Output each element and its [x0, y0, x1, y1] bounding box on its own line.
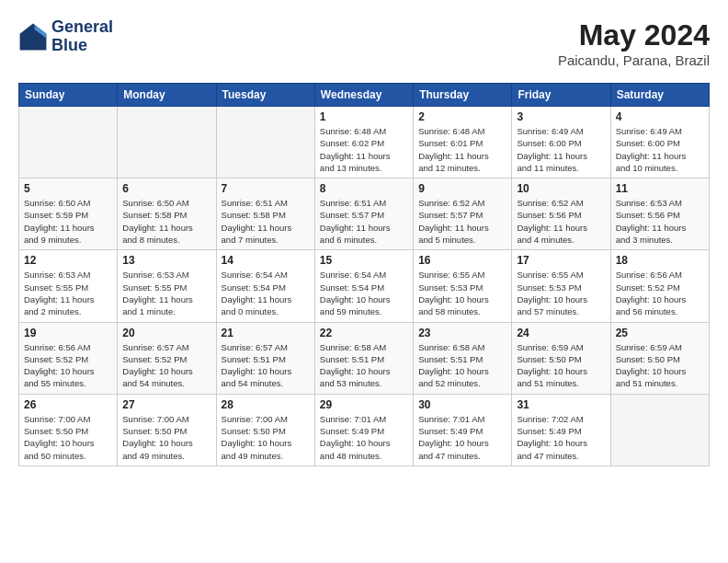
calendar-cell: 9Sunrise: 6:52 AM Sunset: 5:57 PM Daylig…	[414, 178, 512, 250]
calendar-cell	[610, 394, 709, 465]
day-info: Sunrise: 6:59 AM Sunset: 5:50 PM Dayligh…	[616, 341, 704, 390]
calendar-cell: 25Sunrise: 6:59 AM Sunset: 5:50 PM Dayli…	[610, 322, 709, 394]
week-row-5: 26Sunrise: 7:00 AM Sunset: 5:50 PM Dayli…	[19, 394, 710, 465]
calendar-cell	[216, 107, 314, 178]
page-header: General Blue May 2024 Paicandu, Parana, …	[18, 18, 710, 68]
day-info: Sunrise: 6:59 AM Sunset: 5:50 PM Dayligh…	[517, 341, 605, 390]
day-info: Sunrise: 6:48 AM Sunset: 6:01 PM Dayligh…	[418, 125, 506, 174]
calendar-cell: 6Sunrise: 6:50 AM Sunset: 5:58 PM Daylig…	[118, 178, 216, 250]
day-number: 26	[24, 398, 112, 411]
calendar-cell: 13Sunrise: 6:53 AM Sunset: 5:55 PM Dayli…	[118, 250, 216, 322]
day-number: 9	[418, 182, 506, 195]
day-info: Sunrise: 6:58 AM Sunset: 5:51 PM Dayligh…	[418, 341, 506, 390]
calendar-cell: 10Sunrise: 6:52 AM Sunset: 5:56 PM Dayli…	[512, 178, 610, 250]
calendar-cell: 28Sunrise: 7:00 AM Sunset: 5:50 PM Dayli…	[216, 394, 314, 465]
logo-text: General Blue	[51, 18, 113, 55]
calendar-cell: 12Sunrise: 6:53 AM Sunset: 5:55 PM Dayli…	[19, 250, 118, 322]
day-number: 27	[122, 398, 210, 411]
calendar-cell: 19Sunrise: 6:56 AM Sunset: 5:52 PM Dayli…	[19, 322, 118, 394]
day-info: Sunrise: 6:51 AM Sunset: 5:58 PM Dayligh…	[222, 197, 310, 246]
calendar-cell: 14Sunrise: 6:54 AM Sunset: 5:54 PM Dayli…	[216, 250, 314, 322]
calendar-cell	[19, 107, 118, 178]
day-info: Sunrise: 7:01 AM Sunset: 5:49 PM Dayligh…	[418, 413, 506, 462]
day-number: 29	[320, 398, 408, 411]
calendar-cell: 21Sunrise: 6:57 AM Sunset: 5:51 PM Dayli…	[216, 322, 314, 394]
day-number: 21	[222, 327, 310, 339]
day-info: Sunrise: 6:57 AM Sunset: 5:51 PM Dayligh…	[222, 341, 310, 390]
calendar-cell: 26Sunrise: 7:00 AM Sunset: 5:50 PM Dayli…	[19, 394, 118, 465]
day-number: 20	[122, 327, 210, 339]
calendar-cell: 5Sunrise: 6:50 AM Sunset: 5:59 PM Daylig…	[19, 178, 118, 250]
day-number: 19	[24, 327, 112, 339]
week-row-3: 12Sunrise: 6:53 AM Sunset: 5:55 PM Dayli…	[19, 250, 710, 322]
day-info: Sunrise: 6:51 AM Sunset: 5:57 PM Dayligh…	[320, 197, 408, 246]
calendar-cell: 1Sunrise: 6:48 AM Sunset: 6:02 PM Daylig…	[314, 107, 413, 178]
day-info: Sunrise: 7:00 AM Sunset: 5:50 PM Dayligh…	[222, 413, 310, 462]
day-info: Sunrise: 6:49 AM Sunset: 6:00 PM Dayligh…	[517, 125, 605, 174]
calendar-cell: 4Sunrise: 6:49 AM Sunset: 6:00 PM Daylig…	[610, 107, 709, 178]
day-info: Sunrise: 6:58 AM Sunset: 5:51 PM Dayligh…	[320, 341, 408, 390]
week-row-2: 5Sunrise: 6:50 AM Sunset: 5:59 PM Daylig…	[19, 178, 710, 250]
weekday-header-tuesday: Tuesday	[216, 84, 314, 107]
day-number: 12	[24, 254, 112, 267]
calendar-cell: 30Sunrise: 7:01 AM Sunset: 5:49 PM Dayli…	[414, 394, 512, 465]
day-info: Sunrise: 6:56 AM Sunset: 5:52 PM Dayligh…	[24, 341, 112, 390]
day-number: 10	[517, 182, 605, 195]
calendar-cell: 22Sunrise: 6:58 AM Sunset: 5:51 PM Dayli…	[314, 322, 413, 394]
weekday-header-saturday: Saturday	[610, 84, 709, 107]
day-number: 8	[320, 182, 408, 195]
calendar-cell: 8Sunrise: 6:51 AM Sunset: 5:57 PM Daylig…	[314, 178, 413, 250]
calendar-cell	[118, 107, 216, 178]
title-block: May 2024 Paicandu, Parana, Brazil	[558, 18, 710, 68]
weekday-header-sunday: Sunday	[19, 84, 118, 107]
day-info: Sunrise: 6:53 AM Sunset: 5:55 PM Dayligh…	[122, 269, 210, 317]
calendar-cell: 17Sunrise: 6:55 AM Sunset: 5:53 PM Dayli…	[512, 250, 610, 322]
day-number: 14	[222, 254, 310, 267]
day-info: Sunrise: 7:01 AM Sunset: 5:49 PM Dayligh…	[320, 413, 408, 462]
day-number: 5	[24, 182, 112, 195]
day-number: 7	[222, 182, 310, 195]
day-number: 11	[616, 182, 704, 195]
calendar-cell: 16Sunrise: 6:55 AM Sunset: 5:53 PM Dayli…	[414, 250, 512, 322]
day-number: 22	[320, 327, 408, 339]
day-number: 4	[616, 110, 704, 123]
day-number: 31	[517, 398, 605, 411]
day-info: Sunrise: 6:53 AM Sunset: 5:55 PM Dayligh…	[24, 269, 112, 317]
weekday-header-wednesday: Wednesday	[314, 84, 413, 107]
svg-marker-0	[20, 23, 47, 50]
day-number: 24	[517, 327, 605, 339]
calendar-cell: 29Sunrise: 7:01 AM Sunset: 5:49 PM Dayli…	[314, 394, 413, 465]
day-number: 6	[122, 182, 210, 195]
weekday-header-thursday: Thursday	[414, 84, 512, 107]
calendar-cell: 23Sunrise: 6:58 AM Sunset: 5:51 PM Dayli…	[414, 322, 512, 394]
calendar-cell: 31Sunrise: 7:02 AM Sunset: 5:49 PM Dayli…	[512, 394, 610, 465]
day-number: 16	[418, 254, 506, 267]
logo-icon	[18, 22, 48, 52]
day-number: 3	[517, 110, 605, 123]
calendar-cell: 7Sunrise: 6:51 AM Sunset: 5:58 PM Daylig…	[216, 178, 314, 250]
day-info: Sunrise: 6:50 AM Sunset: 5:59 PM Dayligh…	[24, 197, 112, 246]
calendar-cell: 3Sunrise: 6:49 AM Sunset: 6:00 PM Daylig…	[512, 107, 610, 178]
calendar-cell: 18Sunrise: 6:56 AM Sunset: 5:52 PM Dayli…	[610, 250, 709, 322]
calendar-cell: 20Sunrise: 6:57 AM Sunset: 5:52 PM Dayli…	[118, 322, 216, 394]
day-number: 25	[616, 327, 704, 339]
day-number: 18	[616, 254, 704, 267]
calendar-cell: 24Sunrise: 6:59 AM Sunset: 5:50 PM Dayli…	[512, 322, 610, 394]
day-number: 23	[418, 327, 506, 339]
day-info: Sunrise: 6:52 AM Sunset: 5:57 PM Dayligh…	[418, 197, 506, 246]
day-info: Sunrise: 6:57 AM Sunset: 5:52 PM Dayligh…	[122, 341, 210, 390]
weekday-header-monday: Monday	[118, 84, 216, 107]
weekday-header-row: SundayMondayTuesdayWednesdayThursdayFrid…	[19, 84, 710, 107]
day-info: Sunrise: 6:54 AM Sunset: 5:54 PM Dayligh…	[222, 269, 310, 317]
day-number: 17	[517, 254, 605, 267]
day-info: Sunrise: 7:00 AM Sunset: 5:50 PM Dayligh…	[122, 413, 210, 462]
weekday-header-friday: Friday	[512, 84, 610, 107]
day-info: Sunrise: 6:54 AM Sunset: 5:54 PM Dayligh…	[320, 269, 408, 317]
day-number: 2	[418, 110, 506, 123]
day-number: 28	[222, 398, 310, 411]
day-number: 1	[320, 110, 408, 123]
location: Paicandu, Parana, Brazil	[558, 52, 710, 68]
day-info: Sunrise: 6:50 AM Sunset: 5:58 PM Dayligh…	[122, 197, 210, 246]
day-info: Sunrise: 6:56 AM Sunset: 5:52 PM Dayligh…	[616, 269, 704, 317]
calendar-cell: 2Sunrise: 6:48 AM Sunset: 6:01 PM Daylig…	[414, 107, 512, 178]
